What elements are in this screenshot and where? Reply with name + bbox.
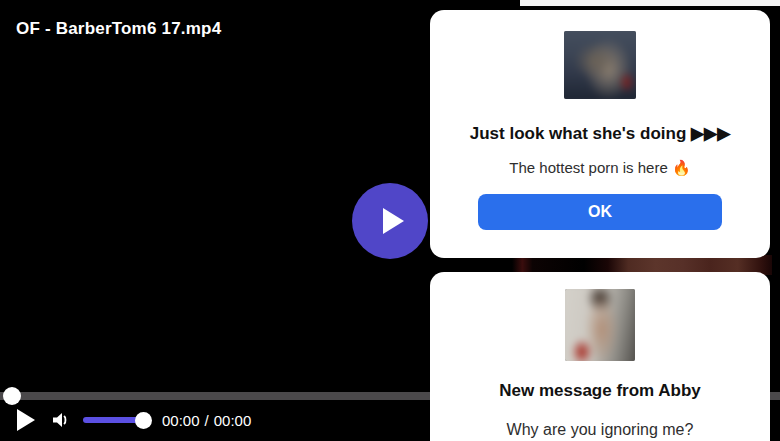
play-icon	[383, 208, 404, 234]
thumbnail-image[interactable]	[565, 289, 635, 361]
play-button[interactable]	[17, 409, 35, 431]
volume-slider[interactable]	[83, 417, 139, 423]
time-separator: /	[205, 412, 209, 429]
video-title: OF - BarberTom6 17.mp4	[16, 19, 221, 39]
popup-subtext: Why are you ignoring me?	[507, 421, 694, 439]
popup-heading: Just look what she's doing ▶▶▶	[470, 123, 731, 144]
video-player-page: OF - BarberTom6 17.mp4 00:00 / 00:00 Jus…	[0, 0, 780, 441]
current-time: 00:00	[162, 412, 200, 429]
seek-bar-right-sliver	[770, 392, 780, 400]
thumbnail-image[interactable]	[564, 31, 636, 99]
volume-knob[interactable]	[135, 412, 152, 429]
duration: 00:00	[214, 412, 252, 429]
seek-knob[interactable]	[3, 387, 21, 405]
ad-popup-1[interactable]: Just look what she's doing ▶▶▶ The hotte…	[430, 10, 770, 258]
play-overlay-button[interactable]	[352, 183, 428, 259]
popup-heading: New message from Abby	[499, 381, 701, 401]
ad-popup-2[interactable]: New message from Abby Why are you ignori…	[430, 272, 770, 441]
volume-icon[interactable]	[49, 408, 73, 432]
time-display: 00:00 / 00:00	[162, 412, 251, 429]
popup-subtext: The hottest porn is here 🔥	[509, 159, 690, 177]
hidden-popup-edge	[520, 0, 780, 6]
ok-button[interactable]: OK	[478, 194, 722, 230]
